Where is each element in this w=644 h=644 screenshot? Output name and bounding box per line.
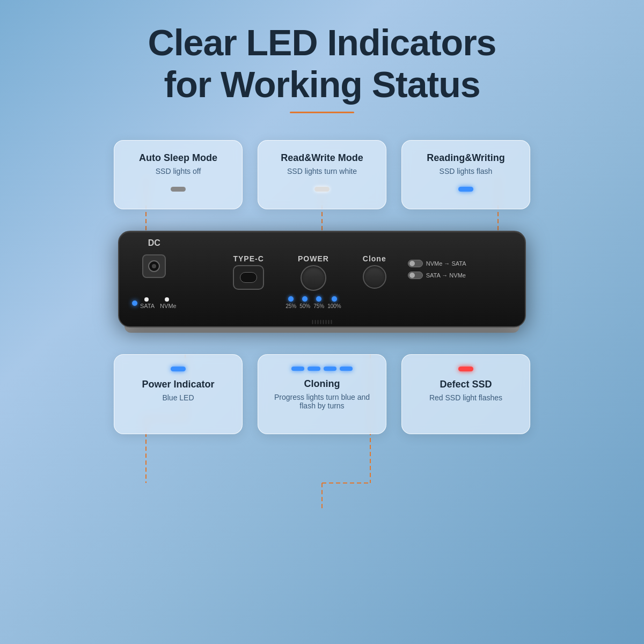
toggle-section: NVMe → SATA SATA → NVMe bbox=[408, 260, 466, 279]
prog-label-100: 100% bbox=[327, 303, 341, 309]
card-power-indicator: Power Indicator Blue LED bbox=[114, 354, 243, 434]
toggle-label-1: NVMe → SATA bbox=[426, 260, 466, 267]
prog-dot-25 bbox=[288, 296, 294, 302]
dc-section: DC SATA NVMe bbox=[132, 238, 177, 309]
card-auto-sleep-subtitle: SSD lights off bbox=[129, 167, 227, 175]
card-power-indicator-title: Power Indicator bbox=[129, 379, 227, 390]
card-read-write-subtitle: SSD lights turn white bbox=[273, 167, 371, 175]
cloning-leds bbox=[273, 367, 371, 371]
vent-4 bbox=[320, 320, 321, 324]
nvme-label: NVMe bbox=[160, 303, 177, 309]
card-power-indicator-subtitle: Blue LED bbox=[129, 393, 227, 402]
power-indicator-led bbox=[171, 367, 186, 371]
card-defect-ssd-subtitle: Red SSD light flashes bbox=[417, 393, 515, 402]
prog-label-25: 25% bbox=[286, 303, 296, 309]
card-read-write-title: Read&Write Mode bbox=[273, 152, 371, 164]
title-line2: for Working Status bbox=[164, 64, 480, 105]
power-button[interactable] bbox=[301, 265, 326, 291]
card-read-write-led bbox=[314, 187, 330, 192]
card-reading-writing-title: Reading&Writing bbox=[417, 152, 515, 164]
prog-25: 25% bbox=[286, 296, 296, 309]
title-line1: Clear LED Indicators bbox=[148, 22, 496, 63]
bottom-cards-row: Power Indicator Blue LED Cloning Progres… bbox=[114, 354, 530, 434]
card-reading-writing-subtitle: SSD lights flash bbox=[417, 167, 515, 175]
card-cloning: Cloning Progress lights turn blue and fl… bbox=[258, 354, 386, 434]
clone-led-1 bbox=[291, 367, 304, 371]
card-reading-writing-led bbox=[458, 187, 473, 192]
page-layout: Clear LED Indicators for Working Status … bbox=[0, 0, 644, 644]
card-auto-sleep-title: Auto Sleep Mode bbox=[129, 152, 227, 164]
clone-led-2 bbox=[308, 367, 320, 371]
clone-button[interactable] bbox=[363, 265, 386, 289]
prog-100: 100% bbox=[327, 296, 341, 309]
card-auto-sleep: Auto Sleep Mode SSD lights off bbox=[114, 140, 243, 209]
title-section: Clear LED Indicators for Working Status bbox=[148, 0, 496, 124]
device-ports: TYPE-C POWER 25% bbox=[187, 249, 512, 309]
vent-5 bbox=[323, 320, 324, 324]
title-underline bbox=[290, 112, 354, 113]
prog-50: 50% bbox=[299, 296, 310, 309]
prog-dot-75 bbox=[316, 296, 321, 302]
progress-leds: 25% 50% 75% 100% bbox=[286, 296, 341, 309]
dc-label: DC bbox=[148, 238, 160, 248]
vent-area bbox=[312, 320, 332, 324]
dc-port[interactable] bbox=[142, 254, 166, 278]
prog-label-75: 75% bbox=[313, 303, 324, 309]
prog-75: 75% bbox=[313, 296, 324, 309]
toggle-label-2: SATA → NVMe bbox=[426, 272, 466, 279]
device-wrapper: DC SATA NVMe bbox=[118, 231, 526, 327]
vent-2 bbox=[315, 320, 316, 324]
prog-dot-50 bbox=[302, 296, 308, 302]
toggle-knob-1 bbox=[409, 261, 415, 266]
typec-inner bbox=[240, 272, 257, 283]
card-read-write: Read&Write Mode SSD lights turn white bbox=[258, 140, 386, 209]
main-title: Clear LED Indicators for Working Status bbox=[148, 21, 496, 105]
toggle-row-2: SATA → NVMe bbox=[408, 272, 466, 279]
prog-dot-100 bbox=[332, 296, 337, 302]
top-cards-row: Auto Sleep Mode SSD lights off Read&Writ… bbox=[114, 140, 530, 209]
vent-8 bbox=[331, 320, 332, 324]
clone-led-4 bbox=[340, 367, 353, 371]
nvme-dot bbox=[165, 297, 169, 302]
prog-label-50: 50% bbox=[299, 303, 310, 309]
power-label: POWER bbox=[298, 254, 329, 263]
card-cloning-subtitle: Progress lights turn blue and flash by t… bbox=[273, 393, 371, 410]
defect-ssd-led bbox=[458, 367, 473, 371]
typec-port[interactable] bbox=[233, 265, 264, 290]
card-defect-ssd: Defect SSD Red SSD light flashes bbox=[401, 354, 530, 434]
vent-1 bbox=[312, 320, 313, 324]
power-group: POWER 25% 50% 7 bbox=[286, 254, 341, 309]
card-auto-sleep-led bbox=[171, 187, 186, 192]
toggle-knob-2 bbox=[409, 273, 415, 278]
vent-3 bbox=[318, 320, 319, 324]
toggle-row-1: NVMe → SATA bbox=[408, 260, 466, 267]
power-led-dot bbox=[132, 301, 137, 306]
typec-label: TYPE-C bbox=[233, 254, 264, 263]
device-body: DC SATA NVMe bbox=[118, 231, 526, 327]
vent-6 bbox=[326, 320, 327, 324]
card-defect-ssd-title: Defect SSD bbox=[417, 379, 515, 390]
toggle-nvme-sata[interactable] bbox=[408, 260, 423, 267]
clone-label: Clone bbox=[363, 254, 386, 263]
sata-label: SATA bbox=[140, 303, 155, 309]
clone-led-3 bbox=[324, 367, 336, 371]
vent-7 bbox=[328, 320, 330, 324]
card-cloning-title: Cloning bbox=[273, 378, 371, 390]
dc-port-inner bbox=[148, 260, 160, 272]
toggle-sata-nvme[interactable] bbox=[408, 272, 423, 279]
card-reading-writing: Reading&Writing SSD lights flash bbox=[401, 140, 530, 209]
typec-group: TYPE-C bbox=[233, 254, 264, 290]
sata-dot bbox=[144, 297, 149, 302]
clone-group: Clone bbox=[363, 254, 386, 289]
